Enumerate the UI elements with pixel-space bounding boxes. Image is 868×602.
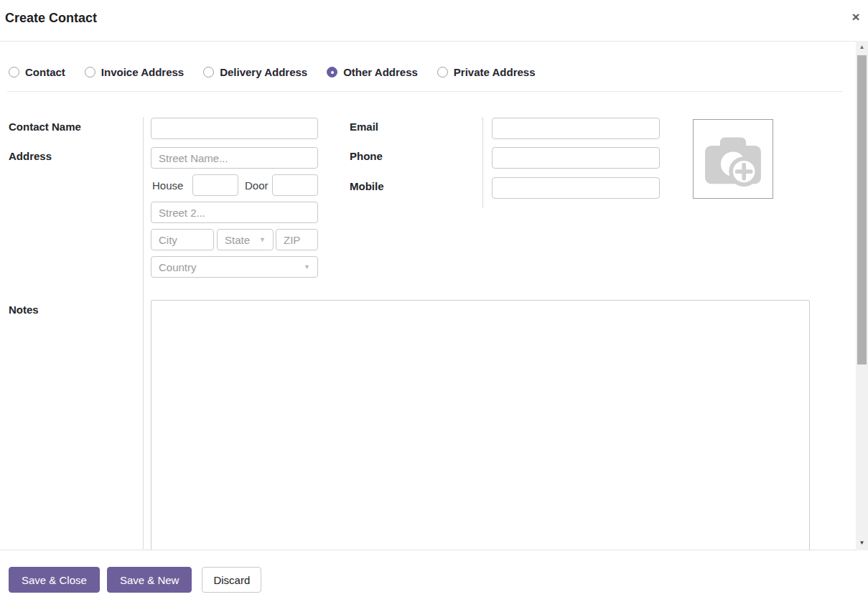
state-select[interactable]: State ▼ [217,229,274,250]
radio-label: Other Address [343,66,418,78]
phone-input[interactable] [492,147,660,169]
email-input[interactable] [492,118,660,139]
vertical-scrollbar[interactable]: ▲ ▼ [856,41,868,550]
radio-label: Contact [25,66,65,78]
photo-upload[interactable] [693,119,773,199]
page-title: Create Contact [5,11,97,26]
chevron-down-icon: ▼ [259,236,266,243]
camera-plus-icon [702,132,764,187]
door-label: Door [245,179,269,192]
left-group-separator [143,117,144,549]
radio-invoice-address[interactable]: Invoice Address [85,66,184,78]
address-label: Address [9,150,52,162]
save-close-button[interactable]: Save & Close [9,567,100,593]
street2-input[interactable] [151,202,318,223]
notes-clip [151,300,810,550]
house-input[interactable] [192,174,238,196]
radio-label: Invoice Address [101,66,184,78]
country-select[interactable]: Country ▼ [151,256,318,278]
door-input[interactable] [272,174,318,196]
address-type-selector: Contact Invoice Address Delivery Address… [9,66,536,78]
save-new-button[interactable]: Save & New [107,567,192,593]
radio-other-address[interactable]: Other Address [327,66,418,78]
notes-label: Notes [9,304,39,316]
radio-circle-icon [203,67,214,77]
modal-footer: Save & Close Save & New Discard [0,550,868,602]
radio-label: Private Address [454,66,536,78]
mobile-input[interactable] [492,177,660,199]
state-placeholder: State [225,234,250,246]
city-input[interactable] [151,229,214,250]
zip-input[interactable] [276,229,318,250]
mobile-label: Mobile [350,180,384,192]
country-placeholder: Country [159,261,197,273]
radio-circle-icon [85,67,95,77]
phone-label: Phone [350,150,383,162]
contact-name-input[interactable] [151,118,318,139]
chevron-down-icon: ▼ [304,263,310,271]
scroll-up-icon[interactable]: ▲ [856,41,868,53]
contact-name-label: Contact Name [9,121,81,133]
header-divider [0,41,868,42]
discard-button[interactable]: Discard [202,567,261,593]
radio-private-address[interactable]: Private Address [437,66,536,78]
radio-row-divider [7,91,842,92]
street-input[interactable] [151,147,318,169]
radio-label: Delivery Address [220,66,307,78]
scroll-down-icon[interactable]: ▼ [856,537,868,549]
house-label: House [152,179,183,192]
radio-delivery-address[interactable]: Delivery Address [203,66,307,78]
notes-input[interactable] [151,300,810,550]
radio-contact[interactable]: Contact [9,66,65,78]
close-icon[interactable]: × [847,9,864,26]
email-label: Email [350,121,378,133]
radio-circle-icon [327,67,337,77]
scrollbar-thumb[interactable] [857,55,867,365]
radio-circle-icon [9,67,19,77]
radio-circle-icon [437,67,448,77]
right-group-separator [482,117,483,208]
